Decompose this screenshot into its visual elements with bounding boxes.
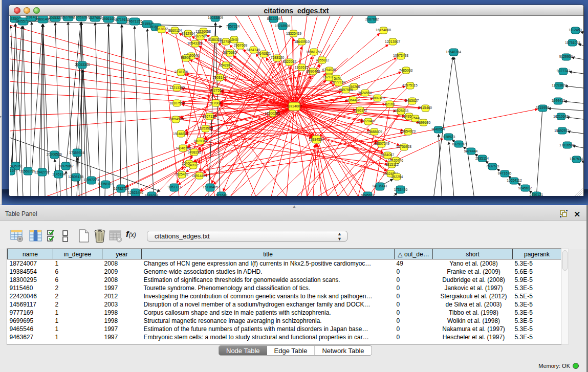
svg-text:11568299: 11568299 <box>20 169 35 173</box>
svg-text:9463627: 9463627 <box>405 99 419 102</box>
svg-text:3675685: 3675685 <box>223 51 237 54</box>
svg-text:12942737: 12942737 <box>34 170 50 174</box>
svg-text:18300295: 18300295 <box>265 112 280 115</box>
svg-text:8322037: 8322037 <box>283 60 297 63</box>
svg-text:18807249: 18807249 <box>374 142 389 145</box>
svg-text:16782759: 16782759 <box>114 187 129 190</box>
svg-text:8938923: 8938923 <box>442 135 455 139</box>
svg-text:6466160: 6466160 <box>102 17 116 20</box>
svg-text:18724007: 18724007 <box>287 104 302 108</box>
svg-text:9327505: 9327505 <box>194 34 208 38</box>
svg-text:14136141: 14136141 <box>372 184 387 188</box>
svg-text:10756928: 10756928 <box>396 145 411 148</box>
svg-text:1527602: 1527602 <box>61 16 75 19</box>
svg-text:16914479: 16914479 <box>192 174 207 178</box>
svg-text:3624554: 3624554 <box>358 91 372 95</box>
svg-text:1362615: 1362615 <box>295 65 309 69</box>
svg-text:6497568: 6497568 <box>339 88 353 92</box>
svg-text:16033809: 16033809 <box>208 16 223 19</box>
svg-text:1065327: 1065327 <box>49 16 62 19</box>
svg-text:16210643: 16210643 <box>553 115 569 118</box>
svg-text:7485063: 7485063 <box>399 69 413 72</box>
svg-text:4892: 4892 <box>189 163 197 167</box>
svg-text:2935114: 2935114 <box>475 157 489 160</box>
svg-text:12923446: 12923446 <box>128 191 143 194</box>
svg-text:20206536: 20206536 <box>47 152 62 156</box>
svg-text:1167534: 1167534 <box>570 157 583 161</box>
svg-text:9699695: 9699695 <box>417 121 431 124</box>
svg-text:1244415: 1244415 <box>552 99 565 102</box>
svg-text:19166825: 19166825 <box>173 132 188 136</box>
svg-text:20364436: 20364436 <box>345 98 360 102</box>
svg-text:8912954: 8912954 <box>182 32 195 35</box>
svg-text:9084067: 9084067 <box>381 153 395 157</box>
svg-text:12975115: 12975115 <box>402 83 418 87</box>
svg-text:8454749: 8454749 <box>247 48 260 52</box>
svg-text:15716485: 15716485 <box>203 185 218 189</box>
svg-text:19384554: 19384554 <box>309 138 324 141</box>
svg-text:8878334: 8878334 <box>194 139 208 143</box>
svg-text:8471676: 8471676 <box>498 171 512 175</box>
svg-text:9115460: 9115460 <box>419 106 432 110</box>
svg-text:9245098: 9245098 <box>145 194 159 196</box>
svg-text:9146821: 9146821 <box>257 52 271 55</box>
svg-text:2903144: 2903144 <box>213 76 227 79</box>
svg-text:3498222: 3498222 <box>188 150 202 154</box>
svg-text:1733426: 1733426 <box>394 188 408 191</box>
svg-text:917004: 917004 <box>210 101 222 105</box>
svg-text:10958107: 10958107 <box>98 182 113 186</box>
svg-text:252254: 252254 <box>391 175 403 179</box>
svg-text:17016504: 17016504 <box>559 143 575 147</box>
svg-text:17957223: 17957223 <box>83 178 99 182</box>
svg-text:7986372: 7986372 <box>354 108 367 112</box>
svg-text:9245612: 9245612 <box>518 186 532 190</box>
svg-text:3215958: 3215958 <box>536 106 550 110</box>
svg-text:10973493: 10973493 <box>393 54 408 57</box>
svg-text:10653267: 10653267 <box>74 16 89 19</box>
svg-text:1527602: 1527602 <box>89 16 102 19</box>
svg-text:16154808: 16154808 <box>376 28 391 32</box>
svg-text:6379197: 6379197 <box>452 142 466 146</box>
svg-text:8660124: 8660124 <box>168 29 182 32</box>
svg-text:17359924: 17359924 <box>69 151 84 155</box>
svg-text:10654112: 10654112 <box>507 179 522 182</box>
svg-text:8990448: 8990448 <box>307 70 320 73</box>
svg-text:15751074: 15751074 <box>565 41 580 45</box>
svg-text:7625402: 7625402 <box>175 172 189 176</box>
svg-text:10543382: 10543382 <box>187 41 203 45</box>
svg-text:14671355: 14671355 <box>127 19 142 23</box>
svg-text:10046788: 10046788 <box>176 146 191 150</box>
svg-text:18640910: 18640910 <box>294 40 310 43</box>
svg-text:12093872: 12093872 <box>552 83 567 87</box>
svg-text:39154: 39154 <box>10 169 16 172</box>
svg-text:7544: 7544 <box>411 116 419 120</box>
svg-text:1640954: 1640954 <box>431 127 445 131</box>
svg-text:12505135: 12505135 <box>68 175 83 179</box>
svg-text:98901: 98901 <box>181 56 191 59</box>
svg-text:971648: 971648 <box>216 193 228 196</box>
svg-text:62160: 62160 <box>385 102 395 106</box>
svg-text:12213967: 12213967 <box>385 40 400 43</box>
svg-text:15720407: 15720407 <box>360 119 376 123</box>
svg-text:11353594: 11353594 <box>198 126 213 130</box>
svg-text:7663822: 7663822 <box>155 27 168 31</box>
svg-text:2450121: 2450121 <box>530 193 543 196</box>
svg-text:19218506: 19218506 <box>275 24 290 28</box>
svg-text:7588520: 7588520 <box>271 56 285 59</box>
svg-text:15692971: 15692971 <box>554 129 570 133</box>
svg-text:1815112: 1815112 <box>385 163 399 166</box>
svg-text:19654923: 19654923 <box>400 129 416 133</box>
svg-text:8813054: 8813054 <box>267 17 281 20</box>
svg-text:9777169: 9777169 <box>332 80 346 84</box>
svg-text:13226058: 13226058 <box>195 30 211 33</box>
svg-text:9129906: 9129906 <box>559 55 573 58</box>
svg-text:16961758: 16961758 <box>306 50 321 54</box>
svg-text:2967608: 2967608 <box>234 43 248 47</box>
svg-text:9245612: 9245612 <box>361 193 375 196</box>
svg-text:2718176: 2718176 <box>175 70 188 74</box>
svg-text:10975867: 10975867 <box>58 164 74 168</box>
svg-text:16648764: 16648764 <box>446 50 461 54</box>
svg-text:12213382: 12213382 <box>169 86 185 90</box>
svg-text:10807487: 10807487 <box>370 96 385 100</box>
svg-text:7357224: 7357224 <box>226 25 240 28</box>
